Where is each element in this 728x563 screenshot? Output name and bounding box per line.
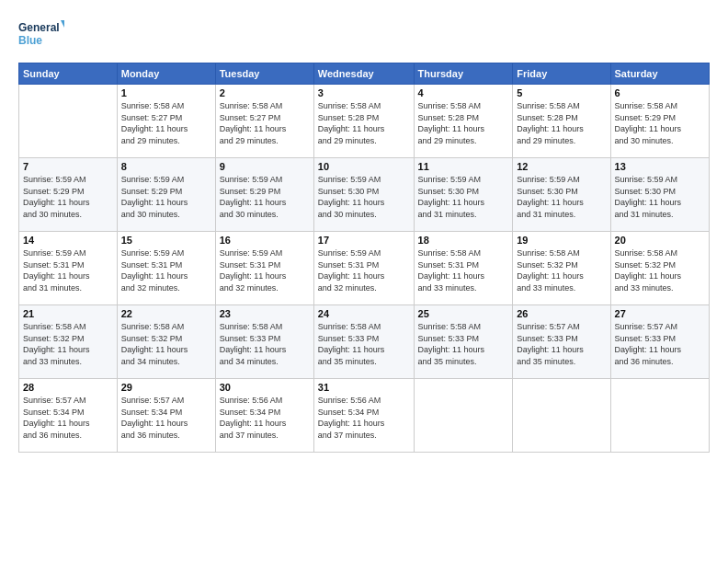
- day-number: 24: [318, 308, 410, 319]
- day-info: Sunrise: 5:58 AM Sunset: 5:28 PM Dayligh…: [318, 100, 410, 146]
- calendar-cell: 9Sunrise: 5:59 AM Sunset: 5:29 PM Daylig…: [215, 158, 313, 232]
- day-number: 18: [418, 235, 509, 246]
- calendar-cell: 18Sunrise: 5:58 AM Sunset: 5:31 PM Dayli…: [414, 232, 513, 305]
- calendar-cell: 24Sunrise: 5:58 AM Sunset: 5:33 PM Dayli…: [313, 305, 414, 379]
- day-number: 21: [23, 308, 113, 319]
- day-info: Sunrise: 5:58 AM Sunset: 5:32 PM Dayligh…: [23, 321, 113, 367]
- day-info: Sunrise: 5:58 AM Sunset: 5:32 PM Dayligh…: [615, 247, 705, 293]
- day-info: Sunrise: 5:59 AM Sunset: 5:29 PM Dayligh…: [220, 174, 310, 220]
- day-info: Sunrise: 5:57 AM Sunset: 5:34 PM Dayligh…: [121, 395, 211, 441]
- day-number: 1: [121, 87, 211, 98]
- day-info: Sunrise: 5:59 AM Sunset: 5:31 PM Dayligh…: [318, 247, 410, 293]
- day-number: 4: [418, 87, 509, 98]
- calendar-cell: 25Sunrise: 5:58 AM Sunset: 5:33 PM Dayli…: [414, 305, 513, 379]
- week-row-4: 21Sunrise: 5:58 AM Sunset: 5:32 PM Dayli…: [19, 305, 710, 379]
- day-number: 29: [121, 382, 211, 393]
- day-info: Sunrise: 5:58 AM Sunset: 5:32 PM Dayligh…: [121, 321, 211, 367]
- calendar-cell: [414, 379, 513, 453]
- day-number: 8: [121, 161, 211, 172]
- calendar-table: SundayMondayTuesdayWednesdayThursdayFrid…: [18, 63, 710, 453]
- calendar-cell: 17Sunrise: 5:59 AM Sunset: 5:31 PM Dayli…: [313, 232, 414, 305]
- day-info: Sunrise: 5:58 AM Sunset: 5:32 PM Dayligh…: [517, 247, 606, 293]
- day-number: 10: [318, 161, 410, 172]
- day-info: Sunrise: 5:58 AM Sunset: 5:33 PM Dayligh…: [418, 321, 509, 367]
- day-info: Sunrise: 5:59 AM Sunset: 5:30 PM Dayligh…: [418, 174, 509, 220]
- day-number: 3: [318, 87, 410, 98]
- logo: General Blue: [18, 17, 64, 53]
- calendar-cell: 12Sunrise: 5:59 AM Sunset: 5:30 PM Dayli…: [513, 158, 610, 232]
- day-info: Sunrise: 5:59 AM Sunset: 5:31 PM Dayligh…: [220, 247, 310, 293]
- week-row-3: 14Sunrise: 5:59 AM Sunset: 5:31 PM Dayli…: [19, 232, 710, 305]
- day-number: 12: [517, 161, 606, 172]
- weekday-header-friday: Friday: [513, 63, 610, 85]
- day-number: 14: [23, 235, 113, 246]
- day-info: Sunrise: 5:59 AM Sunset: 5:29 PM Dayligh…: [121, 174, 211, 220]
- calendar-cell: 26Sunrise: 5:57 AM Sunset: 5:33 PM Dayli…: [513, 305, 610, 379]
- day-info: Sunrise: 5:59 AM Sunset: 5:30 PM Dayligh…: [615, 174, 705, 220]
- day-number: 27: [615, 308, 705, 319]
- day-number: 26: [517, 308, 606, 319]
- day-number: 9: [220, 161, 310, 172]
- calendar-cell: 4Sunrise: 5:58 AM Sunset: 5:28 PM Daylig…: [414, 85, 513, 158]
- calendar-cell: 8Sunrise: 5:59 AM Sunset: 5:29 PM Daylig…: [117, 158, 215, 232]
- page-header: General Blue: [18, 17, 710, 53]
- calendar-cell: 1Sunrise: 5:58 AM Sunset: 5:27 PM Daylig…: [117, 85, 215, 158]
- day-info: Sunrise: 5:56 AM Sunset: 5:34 PM Dayligh…: [220, 395, 310, 441]
- calendar-cell: 16Sunrise: 5:59 AM Sunset: 5:31 PM Dayli…: [215, 232, 313, 305]
- day-info: Sunrise: 5:58 AM Sunset: 5:27 PM Dayligh…: [220, 100, 310, 146]
- day-info: Sunrise: 5:59 AM Sunset: 5:30 PM Dayligh…: [318, 174, 410, 220]
- calendar-cell: [19, 85, 118, 158]
- day-info: Sunrise: 5:59 AM Sunset: 5:30 PM Dayligh…: [517, 174, 606, 220]
- calendar-cell: 10Sunrise: 5:59 AM Sunset: 5:30 PM Dayli…: [313, 158, 414, 232]
- calendar-cell: 2Sunrise: 5:58 AM Sunset: 5:27 PM Daylig…: [215, 85, 313, 158]
- calendar-cell: 3Sunrise: 5:58 AM Sunset: 5:28 PM Daylig…: [313, 85, 414, 158]
- calendar-cell: 11Sunrise: 5:59 AM Sunset: 5:30 PM Dayli…: [414, 158, 513, 232]
- day-number: 28: [23, 382, 113, 393]
- day-info: Sunrise: 5:58 AM Sunset: 5:29 PM Dayligh…: [615, 100, 705, 146]
- logo-svg: General Blue: [18, 17, 64, 53]
- day-number: 31: [318, 382, 410, 393]
- calendar-cell: [513, 379, 610, 453]
- day-info: Sunrise: 5:59 AM Sunset: 5:31 PM Dayligh…: [121, 247, 211, 293]
- day-info: Sunrise: 5:58 AM Sunset: 5:27 PM Dayligh…: [121, 100, 211, 146]
- weekday-header-wednesday: Wednesday: [313, 63, 414, 85]
- weekday-header-thursday: Thursday: [414, 63, 513, 85]
- calendar-cell: 5Sunrise: 5:58 AM Sunset: 5:28 PM Daylig…: [513, 85, 610, 158]
- day-number: 15: [121, 235, 211, 246]
- calendar-header-row: SundayMondayTuesdayWednesdayThursdayFrid…: [19, 63, 710, 85]
- day-number: 5: [517, 87, 606, 98]
- calendar-cell: 6Sunrise: 5:58 AM Sunset: 5:29 PM Daylig…: [610, 85, 709, 158]
- calendar-cell: 27Sunrise: 5:57 AM Sunset: 5:33 PM Dayli…: [610, 305, 709, 379]
- day-number: 23: [220, 308, 310, 319]
- calendar-cell: 28Sunrise: 5:57 AM Sunset: 5:34 PM Dayli…: [19, 379, 118, 453]
- svg-text:General: General: [18, 21, 60, 34]
- day-number: 6: [615, 87, 705, 98]
- weekday-header-saturday: Saturday: [610, 63, 709, 85]
- calendar-cell: 29Sunrise: 5:57 AM Sunset: 5:34 PM Dayli…: [117, 379, 215, 453]
- day-info: Sunrise: 5:57 AM Sunset: 5:34 PM Dayligh…: [23, 395, 113, 441]
- calendar-cell: 19Sunrise: 5:58 AM Sunset: 5:32 PM Dayli…: [513, 232, 610, 305]
- day-number: 11: [418, 161, 509, 172]
- day-number: 17: [318, 235, 410, 246]
- calendar-cell: 20Sunrise: 5:58 AM Sunset: 5:32 PM Dayli…: [610, 232, 709, 305]
- week-row-1: 1Sunrise: 5:58 AM Sunset: 5:27 PM Daylig…: [19, 85, 710, 158]
- calendar-cell: [610, 379, 709, 453]
- calendar-cell: 7Sunrise: 5:59 AM Sunset: 5:29 PM Daylig…: [19, 158, 118, 232]
- weekday-header-tuesday: Tuesday: [215, 63, 313, 85]
- svg-text:Blue: Blue: [18, 34, 42, 47]
- day-info: Sunrise: 5:58 AM Sunset: 5:33 PM Dayligh…: [318, 321, 410, 367]
- day-number: 7: [23, 161, 113, 172]
- day-number: 20: [615, 235, 705, 246]
- calendar-cell: 23Sunrise: 5:58 AM Sunset: 5:33 PM Dayli…: [215, 305, 313, 379]
- day-info: Sunrise: 5:57 AM Sunset: 5:33 PM Dayligh…: [615, 321, 705, 367]
- calendar-cell: 31Sunrise: 5:56 AM Sunset: 5:34 PM Dayli…: [313, 379, 414, 453]
- day-info: Sunrise: 5:58 AM Sunset: 5:28 PM Dayligh…: [418, 100, 509, 146]
- day-info: Sunrise: 5:57 AM Sunset: 5:33 PM Dayligh…: [517, 321, 606, 367]
- calendar-cell: 15Sunrise: 5:59 AM Sunset: 5:31 PM Dayli…: [117, 232, 215, 305]
- calendar-cell: 22Sunrise: 5:58 AM Sunset: 5:32 PM Dayli…: [117, 305, 215, 379]
- calendar-cell: 14Sunrise: 5:59 AM Sunset: 5:31 PM Dayli…: [19, 232, 118, 305]
- day-info: Sunrise: 5:58 AM Sunset: 5:31 PM Dayligh…: [418, 247, 509, 293]
- week-row-2: 7Sunrise: 5:59 AM Sunset: 5:29 PM Daylig…: [19, 158, 710, 232]
- day-info: Sunrise: 5:58 AM Sunset: 5:33 PM Dayligh…: [220, 321, 310, 367]
- day-info: Sunrise: 5:58 AM Sunset: 5:28 PM Dayligh…: [517, 100, 606, 146]
